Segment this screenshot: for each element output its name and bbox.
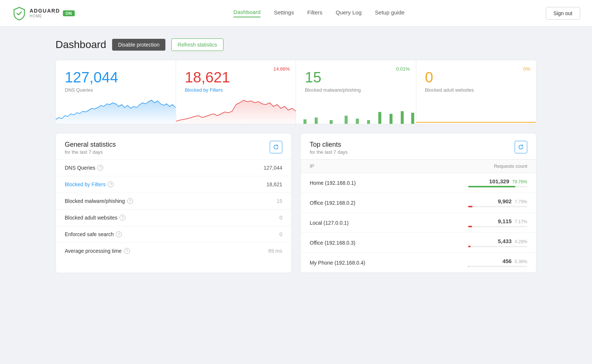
stats-label-text-adult: Blocked adult websites xyxy=(65,215,117,221)
stats-row-malware: Blocked malware/phishing ? 15 xyxy=(56,193,291,209)
client-row-2: Local (127.0.0.1) 9,115 7.17% xyxy=(301,213,536,233)
top-clients-title: Top clients xyxy=(310,141,348,149)
brand-sub: HOME xyxy=(30,14,60,18)
top-clients-refresh-button[interactable] xyxy=(515,141,527,153)
nav-dashboard[interactable]: Dashboard xyxy=(233,9,260,17)
client-row-3: Office (192.168.0.3) 5,433 4.28% xyxy=(301,233,536,253)
client-right-3: 5,433 4.28% xyxy=(418,238,527,247)
svg-rect-1 xyxy=(315,118,318,124)
disable-protection-button[interactable]: Disable protection xyxy=(112,39,165,51)
client-row-0: Home (192.168.0.1) 101,329 79.76% xyxy=(301,173,536,193)
stats-row-filters: Blocked by Filters ? 18,621 xyxy=(56,176,291,193)
client-bar-fill-1 xyxy=(468,206,472,207)
main-content: Dashboard Disable protection Refresh sta… xyxy=(41,27,551,285)
client-row-1: Office (192.168.0.2) 9,902 7.79% xyxy=(301,193,536,213)
brand-name: ADGUARD xyxy=(30,8,60,14)
stats-row-label-malware: Blocked malware/phishing ? xyxy=(65,198,133,204)
stat-number-malware: 15 xyxy=(305,69,407,86)
refresh-statistics-button[interactable]: Refresh statistics xyxy=(171,38,223,51)
stats-row-label-filters[interactable]: Blocked by Filters ? xyxy=(65,181,114,187)
stats-row-value-safe-search: 0 xyxy=(279,231,282,237)
chart-dns xyxy=(56,97,176,124)
nav-settings[interactable]: Settings xyxy=(274,9,294,17)
clients-col-ip: IP xyxy=(310,163,418,169)
client-count-row-4: 456 0.36% xyxy=(502,258,527,264)
help-icon-safe-search[interactable]: ? xyxy=(116,231,122,237)
bottom-row: General statistics for the last 7 days D… xyxy=(56,133,536,273)
clients-table-header: IP Requests count xyxy=(301,159,536,173)
general-stats-title: General statistics xyxy=(65,141,116,149)
client-bar-track-2 xyxy=(468,226,527,227)
svg-rect-4 xyxy=(356,119,359,124)
svg-rect-2 xyxy=(330,120,333,124)
logo-text: ADGUARD HOME xyxy=(30,8,60,18)
stat-card-adult: 0% 0 Blocked adult websites xyxy=(416,60,536,124)
general-stats-header: General statistics for the last 7 days xyxy=(56,133,291,159)
nav-links: Dashboard Settings Filters Query Log Set… xyxy=(92,9,546,17)
stat-label-adult: Blocked adult websites xyxy=(425,87,528,93)
client-name-2: Local (127.0.0.1) xyxy=(310,220,418,226)
stats-row-value-dns: 127,044 xyxy=(263,165,282,171)
client-count-row-3: 5,433 4.28% xyxy=(498,238,527,244)
chart-blocked xyxy=(176,97,296,124)
stat-card-dns: 127,044 DNS Queries xyxy=(56,60,176,124)
general-stats-refresh-button[interactable] xyxy=(270,141,282,153)
help-icon-adult[interactable]: ? xyxy=(120,215,125,221)
client-right-2: 9,115 7.17% xyxy=(418,218,527,227)
client-bar-fill-3 xyxy=(468,246,471,247)
help-icon-malware[interactable]: ? xyxy=(127,198,133,204)
client-count-1: 9,902 xyxy=(498,198,512,204)
stat-label-malware: Blocked malware/phishing xyxy=(305,87,407,93)
clients-col-requests: Requests count xyxy=(418,163,527,169)
top-clients-subtitle: for the last 7 days xyxy=(310,149,348,155)
stat-percent-malware: 0.01% xyxy=(396,66,410,72)
client-bar-track-4 xyxy=(468,266,527,267)
help-icon-avg-time[interactable]: ? xyxy=(124,248,130,254)
stats-row-dns: DNS Queries ? 127,044 xyxy=(56,159,291,176)
help-icon-dns[interactable]: ? xyxy=(97,165,103,171)
client-bar-track-1 xyxy=(468,206,527,207)
sign-out-button[interactable]: Sign out xyxy=(546,7,580,20)
client-count-2: 9,115 xyxy=(498,218,512,224)
client-bar-track-0 xyxy=(468,186,527,187)
client-bar-fill-2 xyxy=(468,226,472,227)
top-clients-header: Top clients for the last 7 days xyxy=(301,133,536,159)
stats-row-value-filters: 18,621 xyxy=(266,181,282,187)
client-count-row-1: 9,902 7.79% xyxy=(498,198,527,204)
nav-query-log[interactable]: Query Log xyxy=(336,9,361,17)
svg-rect-8 xyxy=(401,111,404,124)
stats-row-label-safe-search: Enforced safe search ? xyxy=(65,231,122,237)
stat-percent-blocked: 14.66% xyxy=(273,66,290,72)
clients-table: IP Requests count Home (192.168.0.1) 101… xyxy=(301,159,536,273)
general-stats-subtitle: for the last 7 days xyxy=(65,149,116,155)
stats-label-text-filters: Blocked by Filters xyxy=(65,181,105,187)
help-icon-filters[interactable]: ? xyxy=(108,181,114,187)
stats-row-avg-time: Average processing time ? 89 ms xyxy=(56,242,291,259)
stat-number-dns: 127,044 xyxy=(65,69,167,86)
client-count-4: 456 xyxy=(502,258,512,264)
stat-number-adult: 0 xyxy=(425,69,528,86)
client-pct-2: 7.17% xyxy=(515,219,527,224)
stats-label-text-malware: Blocked malware/phishing xyxy=(65,198,125,204)
stats-row-value-avg-time: 89 ms xyxy=(268,248,282,254)
nav-filters[interactable]: Filters xyxy=(307,9,322,17)
stat-card-blocked: 14.66% 18,621 Blocked by Filters xyxy=(176,60,296,124)
stats-label-text-dns: DNS Queries xyxy=(65,165,95,171)
client-right-4: 456 0.36% xyxy=(418,258,527,267)
client-bar-track-3 xyxy=(468,246,527,247)
stats-label-text-safe-search: Enforced safe search xyxy=(65,231,114,237)
logo: ADGUARD HOME ON xyxy=(12,6,75,21)
top-clients-title-group: Top clients for the last 7 days xyxy=(310,141,348,155)
client-bar-fill-4 xyxy=(468,266,468,267)
stats-row-value-malware: 15 xyxy=(276,198,282,204)
svg-rect-6 xyxy=(378,112,381,124)
stat-card-malware: 0.01% 15 Blocked malware/phishing xyxy=(296,60,416,124)
stats-table: DNS Queries ? 127,044 Blocked by Filters… xyxy=(56,159,291,259)
stats-row-label-avg-time: Average processing time ? xyxy=(65,248,130,254)
client-count-3: 5,433 xyxy=(498,238,512,244)
refresh-icon-clients xyxy=(518,144,524,150)
stats-row-value-adult: 0 xyxy=(279,215,282,221)
stat-percent-adult: 0% xyxy=(523,66,530,72)
stats-row-safe-search: Enforced safe search ? 0 xyxy=(56,226,291,242)
nav-setup-guide[interactable]: Setup guide xyxy=(375,9,404,17)
